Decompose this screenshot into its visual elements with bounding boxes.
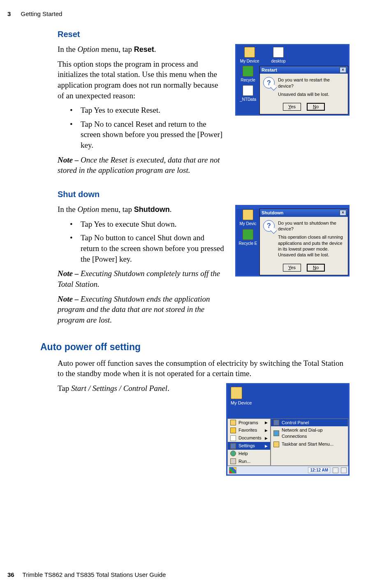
chapter-number: 3 (7, 10, 11, 17)
menu-item-control-panel[interactable]: Control Panel (271, 419, 348, 427)
page-header: 3 Getting Started (7, 10, 62, 18)
close-icon[interactable]: × (340, 67, 346, 73)
desktop-icon-ntdata: _NTData (238, 85, 258, 102)
reset-heading: Reset (58, 29, 350, 40)
taskbar: 12:12 AM (227, 466, 348, 474)
desktop-icon-recycle: Recycle E (238, 229, 258, 246)
restart-dialog: Restart × ? Do you want to restart the d… (259, 66, 348, 115)
shutdown-bullet-yes: Tap Yes to execute Shut down. (58, 219, 224, 230)
shutdown-bullet-no: Tap No button to cancel Shut down and re… (58, 232, 224, 264)
autopower-section: Auto power off function saves the consum… (58, 358, 350, 478)
reset-bullet-yes: Tap Yes to execute Reset. (58, 105, 224, 116)
question-icon: ? (263, 77, 275, 88)
reset-intro: In the Option menu, tap Reset. (58, 44, 224, 55)
chevron-right-icon: ▶ (265, 420, 268, 425)
start-menu-right: Control Panel Network and Dial-up Connec… (271, 418, 348, 466)
shutdown-dialog: Shutdown × ? Do you want to shutdown the… (259, 209, 348, 275)
reset-note: Note – Once the Reset is executed, data … (58, 155, 224, 176)
tray-icon[interactable] (333, 467, 338, 473)
reset-bullet-no: Tap No to cancel Reset and return to the… (58, 119, 224, 151)
autopower-tap: Tap Start / Settings / Control Panel. (58, 383, 224, 394)
dialog-title: Shutdown (262, 210, 283, 216)
shutdown-dialog-screenshot: My Devic Recycle E Shutdown × ? Do you w… (235, 205, 350, 276)
tray-icon[interactable] (341, 467, 347, 473)
question-icon: ? (263, 220, 275, 232)
autopower-desc: Auto power off function saves the consum… (58, 358, 350, 379)
menu-item-taskbar[interactable]: Taskbar and Start Menu... (271, 440, 348, 448)
menu-item-favorites[interactable]: Favorites▶ (228, 426, 270, 434)
autopower-heading: Auto power off setting (40, 341, 350, 353)
menu-item-programs[interactable]: Programs▶ (228, 419, 270, 427)
page-footer: 36 Trimble TS862 and TS835 Total Station… (7, 571, 166, 579)
no-button[interactable]: No (307, 103, 325, 111)
desktop-icon-recycle: Recycle (238, 66, 258, 83)
page-number: 36 (7, 571, 14, 578)
chevron-right-icon: ▶ (265, 444, 268, 449)
chevron-right-icon: ▶ (265, 436, 268, 441)
menu-item-settings[interactable]: Settings▶ (228, 442, 270, 450)
desktop-icon-mydevice: My Device (231, 387, 345, 406)
chapter-title: Getting Started (21, 10, 63, 17)
shutdown-note-1: Note – Executing Shutdown completely tur… (58, 268, 224, 289)
desktop-icon-mydevice: My Device (239, 47, 260, 64)
page-content: Reset My Device desktop Recycle _NTData … (58, 29, 350, 487)
yes-button[interactable]: Yes (283, 103, 301, 111)
close-icon[interactable]: × (340, 210, 346, 216)
start-menu-left: Programs▶ Favorites▶ Documents▶ Settings… (227, 418, 271, 466)
yes-button[interactable]: Yes (283, 264, 301, 272)
dialog-title: Restart (262, 67, 277, 73)
menu-item-run[interactable]: Run... (228, 458, 270, 465)
shutdown-intro: In the Option menu, tap Shutdown. (58, 204, 224, 215)
reset-section: Reset My Device desktop Recycle _NTData … (58, 29, 350, 180)
shutdown-section: Shut down My Devic Recycle E Shutdown × … (58, 189, 350, 329)
dialog-text: Do you want to shutdown the device? This… (278, 220, 345, 260)
no-button[interactable]: No (307, 264, 325, 272)
restart-dialog-screenshot: My Device desktop Recycle _NTData Restar… (235, 44, 350, 116)
desktop-icon-desktop: desktop (268, 47, 289, 64)
chevron-right-icon: ▶ (265, 428, 268, 433)
shutdown-bullets: Tap Yes to execute Shut down. Tap No but… (58, 219, 224, 265)
menu-item-network[interactable]: Network and Dial-up Connections (271, 426, 348, 440)
menu-item-help[interactable]: Help (228, 450, 270, 458)
book-title: Trimble TS862 and TS835 Total Stations U… (23, 571, 166, 578)
desktop-icon-mydevice: My Devic (238, 209, 258, 227)
dialog-text: Do you want to restart the device? Unsav… (278, 77, 345, 100)
reset-bullets: Tap Yes to execute Reset. Tap No to canc… (58, 105, 224, 151)
start-button-icon[interactable] (229, 467, 236, 474)
start-menu-screenshot: My Device Programs▶ Favorites▶ Documents… (226, 383, 350, 476)
shutdown-heading: Shut down (58, 189, 350, 200)
menu-item-documents[interactable]: Documents▶ (228, 434, 270, 442)
taskbar-clock: 12:12 AM (308, 467, 330, 474)
reset-desc: This option stops the program in process… (58, 59, 224, 101)
shutdown-note-2: Note – Executing Shutdown ends the appli… (58, 294, 224, 325)
